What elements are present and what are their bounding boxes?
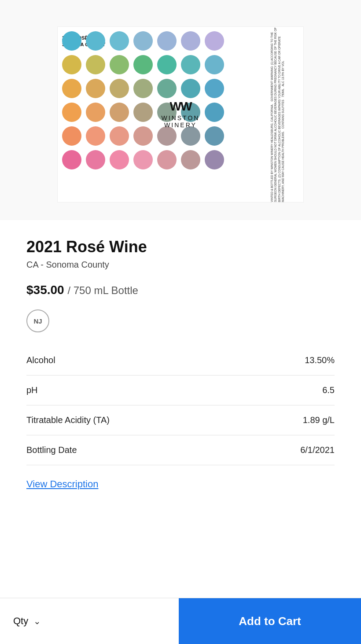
dot [181, 79, 200, 98]
spec-row: pH 6.5 [26, 375, 335, 405]
label-container: 2021 ROSÈ WINE SONOMA COUNTY WW WINSTONW… [0, 0, 361, 220]
dot [133, 103, 153, 122]
dot [205, 31, 224, 51]
dot [133, 126, 153, 146]
dot [110, 79, 129, 98]
dot [62, 126, 81, 146]
dot [86, 103, 105, 122]
dot [157, 79, 177, 98]
spec-label: Bottling Date [26, 435, 245, 465]
price-detail: / 750 mL Bottle [67, 284, 138, 296]
dot [86, 31, 105, 51]
spec-label: Alcohol [26, 346, 245, 375]
dot [62, 103, 81, 122]
dot [205, 126, 224, 146]
spec-row: Titratable Acidity (TA) 1.89 g/L [26, 405, 335, 435]
product-title: 2021 Rosé Wine [26, 238, 335, 256]
dot [133, 79, 153, 98]
dot [205, 150, 224, 169]
spec-label: Titratable Acidity (TA) [26, 405, 245, 435]
winery-name: WINSTONWINERY [162, 114, 200, 129]
dot [157, 126, 177, 146]
dot [62, 31, 81, 51]
dot [133, 55, 153, 74]
specs-table: Alcohol 13.50% pH 6.5 Titratable Acidity… [26, 346, 335, 465]
wine-label: 2021 ROSÈ WINE SONOMA COUNTY WW WINSTONW… [57, 26, 304, 202]
dot [133, 150, 153, 169]
dot [181, 55, 200, 74]
dot [157, 55, 177, 74]
state-badge: NJ [26, 309, 49, 332]
dot [86, 55, 105, 74]
dot [133, 31, 153, 51]
dot [110, 55, 129, 74]
product-price: $35.00 / 750 mL Bottle [26, 283, 335, 297]
dot [205, 103, 224, 122]
dot [110, 103, 129, 122]
dot [86, 79, 105, 98]
dot [205, 79, 224, 98]
dot [110, 31, 129, 51]
dot [181, 150, 200, 169]
spec-value: 6.5 [245, 375, 335, 405]
dot-grid [62, 31, 226, 171]
spec-label: pH [26, 375, 245, 405]
chevron-down-icon: ⌄ [33, 616, 41, 626]
view-description-link[interactable]: View Description [26, 478, 98, 490]
dot [181, 31, 200, 51]
spec-value: 1.89 g/L [245, 405, 335, 435]
dot [62, 55, 81, 74]
bottom-bar: Qty ⌄ Add to Cart [0, 598, 361, 644]
spec-row: Bottling Date 6/1/2021 [26, 435, 335, 465]
dot [110, 150, 129, 169]
dot [62, 79, 81, 98]
spec-value: 6/1/2021 [245, 435, 335, 465]
dot [86, 126, 105, 146]
add-to-cart-button[interactable]: Add to Cart [179, 598, 361, 644]
dot [157, 150, 177, 169]
dot [205, 55, 224, 74]
dot [157, 31, 177, 51]
product-info: 2021 Rosé Wine CA - Sonoma County $35.00… [0, 220, 361, 499]
dot [181, 126, 200, 146]
dot [110, 126, 129, 146]
warning-text-container: VINTED & BOTTLED BY WINSTON WINERY HEALD… [268, 27, 303, 202]
warning-text: VINTED & BOTTLED BY WINSTON WINERY HEALD… [270, 27, 301, 202]
qty-label: Qty [13, 615, 28, 627]
qty-section[interactable]: Qty ⌄ [0, 598, 179, 644]
spec-row: Alcohol 13.50% [26, 346, 335, 375]
spec-value: 13.50% [245, 346, 335, 375]
product-region: CA - Sonoma County [26, 260, 335, 270]
winery-logo-area: WW WINSTONWINERY [162, 100, 200, 129]
winery-logo: WW [162, 100, 200, 113]
price-value: $35.00 [26, 283, 64, 297]
dot [86, 150, 105, 169]
dot [62, 150, 81, 169]
